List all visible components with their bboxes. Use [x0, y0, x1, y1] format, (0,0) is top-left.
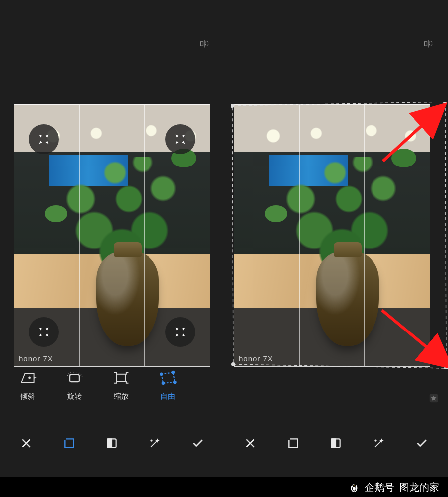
svg-point-29 — [353, 484, 354, 485]
cancel-button[interactable] — [243, 436, 258, 451]
svg-rect-4 — [117, 374, 126, 381]
svg-point-8 — [162, 382, 165, 384]
svg-point-11 — [151, 440, 152, 441]
perspective-handle-br[interactable] — [165, 317, 195, 347]
confirm-button[interactable] — [414, 436, 429, 451]
tool-rotate[interactable]: 旋转 — [61, 370, 88, 401]
crop-tab[interactable] — [62, 436, 76, 451]
crop-tab[interactable] — [286, 436, 300, 451]
svg-point-6 — [172, 371, 175, 373]
edit-canvas-left[interactable]: honor 7X — [14, 104, 210, 367]
favorite-icon[interactable] — [428, 393, 439, 404]
mirror-icon[interactable] — [199, 39, 209, 49]
action-bar-left — [0, 425, 224, 461]
mirror-icon[interactable] — [423, 39, 433, 49]
edit-canvas-right[interactable]: honor 7X — [234, 104, 430, 367]
svg-point-7 — [174, 381, 176, 383]
fill-tab[interactable] — [104, 436, 119, 451]
svg-point-24 — [375, 440, 376, 441]
action-bar-right — [224, 425, 448, 461]
svg-point-30 — [354, 484, 355, 485]
tool-free[interactable]: 自由 — [154, 370, 182, 401]
tool-skew-label: 倾斜 — [20, 392, 35, 401]
confirm-button[interactable] — [190, 436, 205, 451]
photo: honor 7X — [234, 104, 430, 367]
svg-rect-1 — [206, 42, 208, 46]
plant-vase — [316, 251, 379, 346]
plant-foliage — [273, 157, 411, 262]
perspective-handle-tl[interactable] — [29, 124, 59, 154]
tool-free-label: 自由 — [160, 392, 175, 401]
tool-rotate-label: 旋转 — [67, 392, 82, 401]
tool-scale-label: 缩放 — [114, 392, 129, 401]
perspective-handle-bl[interactable] — [29, 317, 59, 347]
svg-point-17 — [444, 366, 448, 369]
source-watermark: 企鹅号 图龙的家 — [0, 477, 448, 497]
cancel-button[interactable] — [19, 436, 34, 451]
svg-rect-3 — [70, 374, 79, 381]
magic-tab[interactable] — [372, 436, 386, 451]
penguin-icon — [349, 482, 360, 493]
source-label: 企鹅号 — [365, 481, 394, 494]
svg-rect-12 — [425, 42, 427, 46]
svg-rect-10 — [108, 439, 112, 447]
svg-point-5 — [160, 373, 163, 375]
author-label: 图龙的家 — [399, 481, 439, 494]
photo-watermark: honor 7X — [239, 354, 273, 363]
magic-tab[interactable] — [148, 436, 162, 451]
svg-point-2 — [29, 377, 30, 378]
fill-tab[interactable] — [328, 436, 343, 451]
plant-foliage — [53, 157, 191, 262]
transform-tool-row: 倾斜 旋转 缩放 自由 — [0, 363, 209, 408]
svg-rect-13 — [430, 42, 432, 46]
svg-point-16 — [443, 102, 447, 104]
plant-vase — [96, 251, 159, 346]
svg-point-27 — [353, 487, 356, 491]
tool-skew[interactable]: 倾斜 — [14, 370, 42, 401]
svg-rect-23 — [332, 439, 336, 447]
photo-watermark: honor 7X — [19, 354, 53, 363]
tool-scale[interactable]: 缩放 — [107, 370, 135, 401]
perspective-handle-tr[interactable] — [165, 124, 195, 154]
svg-rect-0 — [201, 42, 203, 46]
